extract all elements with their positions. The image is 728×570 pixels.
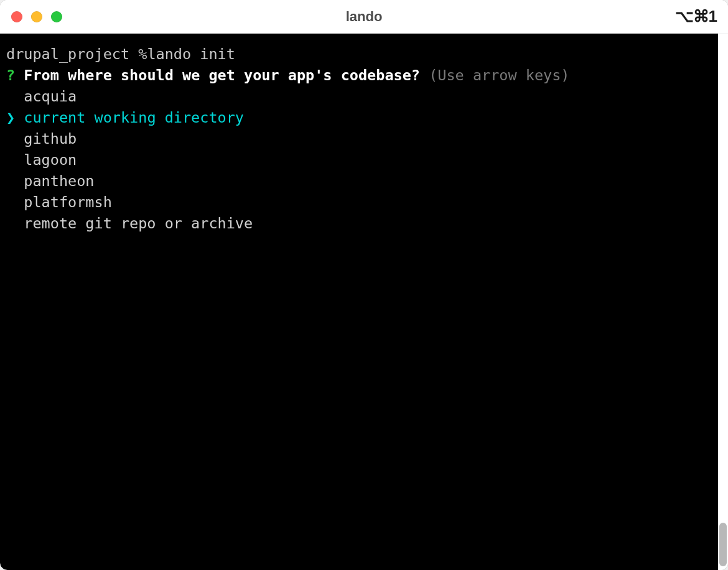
option-item[interactable]: lagoon bbox=[6, 149, 712, 171]
question-marker: ? bbox=[6, 67, 15, 84]
option-label: remote git repo or archive bbox=[6, 215, 253, 232]
option-item[interactable]: acquia bbox=[6, 86, 712, 107]
options-list: acquia❯ current working directory github… bbox=[6, 86, 712, 234]
question-hint: (Use arrow keys) bbox=[429, 67, 569, 84]
question-text: From where should we get your app's code… bbox=[24, 67, 420, 84]
titlebar: lando ⌥⌘1 bbox=[0, 0, 728, 34]
close-button[interactable] bbox=[11, 11, 22, 22]
terminal-area: drupal_project %lando init ? From where … bbox=[0, 34, 728, 570]
terminal-output[interactable]: drupal_project %lando init ? From where … bbox=[0, 34, 718, 570]
shortcut-indicator: ⌥⌘1 bbox=[675, 7, 717, 26]
prompt-line: drupal_project %lando init bbox=[6, 44, 712, 65]
option-item[interactable]: remote git repo or archive bbox=[6, 213, 712, 234]
option-label: current working directory bbox=[15, 109, 244, 126]
option-label: acquia bbox=[6, 88, 77, 105]
window-title: lando bbox=[346, 9, 383, 25]
option-label: pantheon bbox=[6, 172, 94, 190]
option-item[interactable]: pantheon bbox=[6, 171, 712, 192]
question-line: ? From where should we get your app's co… bbox=[6, 65, 712, 86]
option-label: platformsh bbox=[6, 194, 112, 211]
option-item[interactable]: platformsh bbox=[6, 192, 712, 213]
terminal-window: lando ⌥⌘1 drupal_project %lando init ? F… bbox=[0, 0, 728, 570]
option-label: github bbox=[6, 130, 77, 147]
option-label: lagoon bbox=[6, 151, 77, 169]
prompt-text: drupal_project % bbox=[6, 45, 147, 63]
scrollbar-thumb[interactable] bbox=[719, 523, 727, 566]
window-controls bbox=[11, 11, 62, 22]
command-text: lando init bbox=[147, 45, 235, 63]
scrollbar-track[interactable] bbox=[718, 34, 728, 570]
minimize-button[interactable] bbox=[31, 11, 42, 22]
option-item[interactable]: github bbox=[6, 128, 712, 149]
maximize-button[interactable] bbox=[51, 11, 62, 22]
option-item[interactable]: ❯ current working directory bbox=[6, 107, 712, 128]
pointer-icon: ❯ bbox=[6, 109, 15, 126]
